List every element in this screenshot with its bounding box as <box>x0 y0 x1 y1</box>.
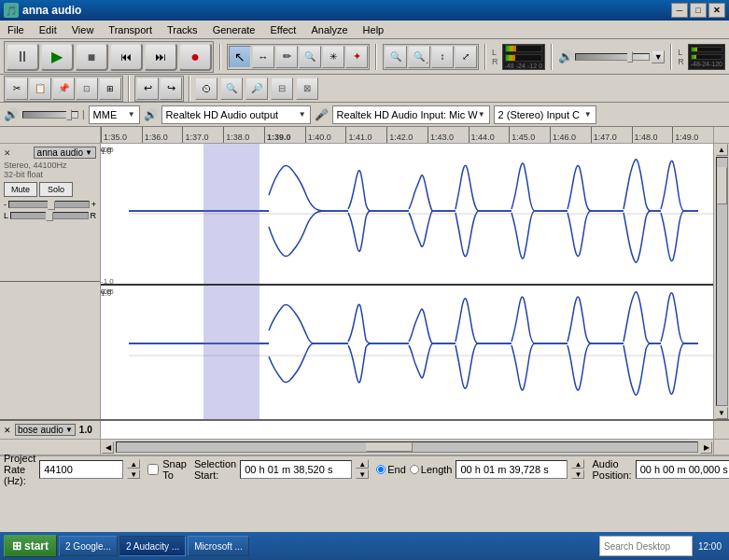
output-vol-down-btn[interactable]: ▼ <box>652 50 665 63</box>
envelope-tool-btn[interactable]: ↔ <box>252 46 274 68</box>
skip-back-button[interactable]: ⏮ <box>109 43 143 71</box>
sel-end-value[interactable]: 00 h 01 m 39,728 s <box>456 460 568 479</box>
track1-pan-l: L <box>4 211 8 220</box>
menu-tracks[interactable]: Tracks <box>160 21 205 38</box>
cut-btn[interactable]: ✂ <box>6 77 28 100</box>
sel-start-down-btn[interactable]: ▼ <box>356 469 369 479</box>
waveform-display[interactable]: 1.0 0.5 0.0 -0.5 -1.0 1.0 <box>101 144 713 419</box>
redo-btn[interactable]: ↪ <box>160 77 182 100</box>
menu-help[interactable]: Help <box>356 21 392 38</box>
track1-volume-slider[interactable] <box>8 201 90 208</box>
minimize-button[interactable]: ─ <box>671 3 688 18</box>
end-radio[interactable] <box>376 465 386 474</box>
menu-view[interactable]: View <box>64 21 102 38</box>
timeline-ruler[interactable]: 1:35.0 1:36.0 1:37.0 1:38.0 1:39.0 1:40.… <box>101 127 713 143</box>
close-button[interactable]: ✕ <box>708 3 725 18</box>
waveform-ch2[interactable]: 1.0 0.5 0.0 -0.5 -1.0 <box>101 286 713 419</box>
ruler-tick: 1:40.0 <box>305 127 346 143</box>
fit-zoom-btn[interactable]: ⊟ <box>271 77 293 100</box>
taskbar-item-0[interactable]: 2 Google... <box>59 536 118 556</box>
skip-fwd-button[interactable]: ⏭ <box>144 43 177 71</box>
undo-btn[interactable]: ↩ <box>136 77 159 100</box>
timeshift-tool-btn[interactable]: ✳ <box>322 46 344 68</box>
scroll-track-v[interactable] <box>716 157 728 406</box>
zoom-in-btn[interactable]: 🔍 <box>385 46 407 68</box>
menu-analyze[interactable]: Analyze <box>303 21 355 38</box>
track1-mute-btn[interactable]: Mute <box>4 182 37 197</box>
zoom-out-btn[interactable]: 🔍- <box>408 46 430 68</box>
menu-transport[interactable]: Transport <box>101 21 160 38</box>
track1-name-btn[interactable]: anna audio ▼ <box>34 147 96 159</box>
menu-generate[interactable]: Generate <box>205 21 263 38</box>
sel-start-value[interactable]: 00 h 01 m 38,520 s <box>240 460 352 479</box>
hscroll-right-btn[interactable]: ▶ <box>700 441 712 454</box>
record-button[interactable]: ● <box>178 43 212 71</box>
sync-btn[interactable]: ⏲ <box>195 77 217 100</box>
scroll-up-btn[interactable]: ▲ <box>716 144 728 156</box>
track2-close-btn[interactable]: ✕ <box>4 426 11 435</box>
input-device-combo[interactable]: Realtek HD Audio Input: Mic W ▼ <box>332 105 490 124</box>
sel-end-up-btn[interactable]: ▲ <box>571 459 584 469</box>
trim-btn[interactable]: ⊡ <box>76 77 98 100</box>
play-button[interactable]: ▶ <box>40 43 74 71</box>
start-button[interactable]: ⊞ start <box>4 535 57 557</box>
hscroll-track[interactable] <box>116 441 698 453</box>
end-radio-label[interactable]: End <box>376 464 406 475</box>
vertical-scrollbar[interactable]: ▲ ▼ <box>713 144 729 419</box>
output-device-combo[interactable]: Realtek HD Audio output ▼ <box>161 105 311 124</box>
track2-waveform-area[interactable] <box>101 421 713 439</box>
zoom-sel-btn[interactable]: 🔍 <box>220 77 243 100</box>
sep4 <box>551 44 553 70</box>
sel-end-down-btn[interactable]: ▼ <box>571 469 584 479</box>
taskbar-item-2[interactable]: Microsoft ... <box>188 536 249 556</box>
rate-up-btn[interactable]: ▲ <box>127 459 140 469</box>
fit-zoom2-btn[interactable]: ⊠ <box>296 77 318 100</box>
sep1 <box>219 44 221 70</box>
snap-label: Snap To <box>162 458 187 481</box>
select-tool-btn[interactable]: ↖ <box>229 46 251 68</box>
copy-btn[interactable]: 📋 <box>29 77 51 100</box>
audio-pos-value[interactable]: 00 h 00 m 00,000 s <box>636 460 729 479</box>
track2-name-btn[interactable]: bose audio ▼ <box>15 424 76 436</box>
pause-button[interactable]: ⏸ <box>6 43 39 71</box>
menu-file[interactable]: File <box>0 21 32 38</box>
stop-button[interactable]: ■ <box>75 43 108 71</box>
channels-combo[interactable]: 2 (Stereo) Input C ▼ <box>494 105 596 124</box>
taskbar-item-1[interactable]: 2 Audacity ... <box>119 536 186 556</box>
length-radio[interactable] <box>410 465 419 474</box>
status-bar: Project Rate (Hz): 44100 ▲ ▼ Snap To Sel… <box>0 455 729 482</box>
zoom-tool-btn[interactable]: 🔍 <box>299 46 321 68</box>
device-row: 🔊 | MME ▼ 🔊 Realtek HD Audio output ▼ 🎤 … <box>0 103 729 127</box>
track1-solo-btn[interactable]: Solo <box>39 182 73 197</box>
zoom-out2-btn[interactable]: 🔎 <box>245 77 268 100</box>
taskbar-item-2-label: Microsoft ... <box>194 541 243 552</box>
sel-start-up-btn[interactable]: ▲ <box>356 459 369 469</box>
scroll-thumb-v[interactable] <box>717 167 727 204</box>
snap-checkbox[interactable] <box>147 464 159 475</box>
hscroll-thumb[interactable] <box>366 442 413 452</box>
waveform-ch1[interactable]: 1.0 0.5 0.0 -0.5 -1.0 <box>101 144 713 286</box>
multi-tool-btn[interactable]: ✦ <box>345 46 368 68</box>
track1-pan-slider[interactable] <box>10 212 88 219</box>
track1-pan-thumb <box>46 212 53 221</box>
menu-edit[interactable]: Edit <box>32 21 64 38</box>
api-value: MME <box>93 109 118 120</box>
scroll-down-btn[interactable]: ▼ <box>716 407 728 419</box>
output-volume-slider[interactable] <box>575 53 650 61</box>
fit-proj-btn[interactable]: ⤢ <box>455 46 477 68</box>
track1-close-btn[interactable]: ✕ <box>4 148 11 158</box>
meter-l-label: L <box>492 48 498 57</box>
rate-down-btn[interactable]: ▼ <box>127 469 140 479</box>
paste-btn[interactable]: 📌 <box>52 77 75 100</box>
input-volume-slider[interactable] <box>22 111 78 119</box>
ruler-tick: 1:37.0 <box>182 127 223 143</box>
fit-sel-btn[interactable]: ↕ <box>431 46 454 68</box>
maximize-button[interactable]: □ <box>690 3 707 18</box>
menu-effect[interactable]: Effect <box>263 21 304 38</box>
ruler-tick: 1:35.0 <box>101 127 142 143</box>
api-combo[interactable]: MME ▼ <box>89 105 140 124</box>
draw-tool-btn[interactable]: ✏ <box>275 46 298 68</box>
silence-btn[interactable]: ⊞ <box>99 77 121 100</box>
length-radio-label[interactable]: Length <box>410 464 453 475</box>
search-input[interactable] <box>599 536 693 556</box>
